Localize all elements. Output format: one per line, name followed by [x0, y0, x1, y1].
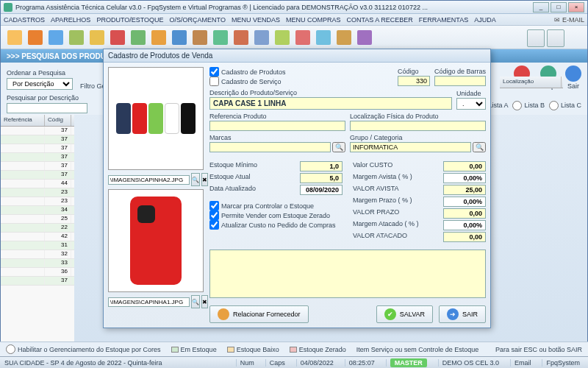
search-desc-input[interactable]: [7, 103, 87, 113]
table-row[interactable]: 36: [1, 268, 74, 277]
img1-browse[interactable]: 🔍: [191, 173, 200, 186]
cb-servico[interactable]: Cadastro de Serviço: [209, 77, 286, 86]
table-row[interactable]: 23: [1, 188, 74, 197]
codigo-input[interactable]: [398, 76, 430, 86]
custo-val[interactable]: 0,00: [443, 161, 486, 171]
barras-input[interactable]: [434, 76, 486, 86]
minimize-button[interactable]: _: [533, 2, 549, 13]
toolbar-btn14[interactable]: [273, 28, 292, 47]
stock-min[interactable]: 1,0: [300, 161, 343, 171]
toolstrip-btn1[interactable]: [527, 29, 545, 47]
lista-b[interactable]: Lista B: [512, 97, 545, 113]
modal-sair-button[interactable]: ➜SAIR: [439, 305, 486, 323]
toolbar-btn18[interactable]: [355, 28, 374, 47]
col-codigo[interactable]: Códig: [45, 115, 71, 126]
toolbar-btn17[interactable]: [334, 28, 354, 47]
loc-input[interactable]: [350, 121, 486, 131]
toolbar-btn4[interactable]: [67, 28, 86, 47]
table-row[interactable]: 37: [1, 127, 74, 135]
toolbar-btn11[interactable]: [211, 28, 230, 47]
sair-button[interactable]: Sair: [565, 66, 581, 90]
menu-cadastros[interactable]: CADASTROS: [4, 16, 45, 24]
toolbar-btn10[interactable]: [190, 28, 209, 47]
unidade-select[interactable]: .: [456, 98, 486, 110]
cb-produto[interactable]: Cadastro de Produtos: [209, 67, 286, 77]
table-row[interactable]: 22: [1, 224, 74, 233]
cb-atualizar[interactable]: Atualizar Custo no Pedido de Compras: [209, 220, 343, 230]
toolbar-btn9[interactable]: [170, 28, 189, 47]
mprazo-val[interactable]: 0,00%: [443, 197, 486, 207]
table-row[interactable]: 25: [1, 215, 74, 224]
table-row[interactable]: 44: [1, 180, 74, 188]
status-fpq[interactable]: FpqSystem: [542, 359, 584, 367]
mavista-label: Margem Avista ( % ): [353, 173, 412, 183]
img2-browse[interactable]: 🔍: [191, 295, 200, 308]
table-row[interactable]: 23: [1, 197, 74, 206]
table-row[interactable]: 37: [1, 162, 74, 171]
matac-val[interactable]: 0,00%: [443, 220, 486, 230]
menu-ferramentas[interactable]: FERRAMENTAS: [419, 16, 468, 24]
stock-atual[interactable]: 5,0: [300, 173, 343, 183]
grupo-lookup[interactable]: 🔍: [473, 142, 486, 152]
toolbar-btn12[interactable]: [232, 28, 251, 47]
toolbar-btn6[interactable]: [108, 28, 127, 47]
toolstrip-btn2[interactable]: [547, 29, 564, 47]
grupo-input[interactable]: [350, 142, 471, 152]
stock-atual-label: Estoque Atual: [209, 173, 251, 183]
img1-path[interactable]: [108, 175, 190, 185]
lista-c[interactable]: Lista C: [549, 97, 581, 113]
menu-os[interactable]: O/S/ORÇAMENTO: [170, 16, 226, 24]
menu-produto[interactable]: PRODUTO/ESTOQUE: [96, 16, 163, 24]
toolbar-clientes[interactable]: [5, 28, 24, 47]
toolbar-btn7[interactable]: [129, 28, 148, 47]
ref-input[interactable]: [209, 121, 345, 131]
habilitar-cores[interactable]: Habilitar o Gerenciamento do Estoque por…: [6, 344, 161, 354]
marcas-lookup[interactable]: 🔍: [332, 142, 345, 152]
menu-ajuda[interactable]: AJUDA: [474, 16, 496, 24]
table-row[interactable]: 31: [1, 241, 74, 250]
toolbar-btn15[interactable]: [293, 28, 312, 47]
table-row[interactable]: 33: [1, 259, 74, 268]
toolbar-btn8[interactable]: [149, 28, 168, 47]
vprazo-val[interactable]: 0,00: [443, 208, 486, 219]
results-grid[interactable]: Referência Códig 37373737373744232334252…: [1, 115, 74, 368]
img1-clear[interactable]: ✖: [201, 173, 208, 186]
order-select[interactable]: Por Descrição: [7, 78, 73, 90]
col-localizacao[interactable]: Localização: [500, 77, 562, 88]
relacionar-button[interactable]: Relacionar Fornecedor: [209, 305, 309, 323]
email-button[interactable]: ✉ E-MAIL: [554, 16, 584, 24]
stock-data[interactable]: 08/09/2020: [300, 185, 343, 195]
vatac-val[interactable]: 0,00: [443, 232, 486, 242]
status-email[interactable]: Email: [510, 359, 535, 367]
toolbar-btn3[interactable]: [46, 28, 65, 47]
table-row[interactable]: 37: [1, 144, 74, 153]
mavista-val[interactable]: 0,00%: [443, 173, 486, 183]
table-row[interactable]: 37: [1, 171, 74, 180]
close-button[interactable]: ×: [568, 2, 584, 13]
toolbar-fornecedores[interactable]: [26, 28, 45, 47]
toolbar-btn16[interactable]: [314, 28, 333, 47]
table-row[interactable]: 37: [1, 153, 74, 162]
notes-area[interactable]: [209, 250, 486, 298]
table-row[interactable]: 42: [1, 233, 74, 241]
toolbar-btn5[interactable]: [87, 28, 107, 47]
cb-marcar[interactable]: Marcar pra Controlar o Estoque: [209, 201, 343, 210]
menu-aparelhos[interactable]: APARELHOS: [51, 16, 90, 24]
menu-compras[interactable]: MENU COMPRAS: [286, 16, 341, 24]
col-referencia[interactable]: Referência: [1, 115, 45, 126]
table-row[interactable]: 37: [1, 135, 74, 144]
table-row[interactable]: 34: [1, 206, 74, 215]
table-row[interactable]: 32: [1, 250, 74, 259]
img2-path[interactable]: [108, 297, 190, 307]
vavista-val[interactable]: 25,00: [443, 185, 486, 195]
menu-contas[interactable]: CONTAS A RECEBER: [346, 16, 412, 24]
desc-value[interactable]: CAPA CASE 1 LINHA: [209, 97, 452, 110]
menu-vendas[interactable]: MENU VENDAS: [232, 16, 280, 24]
maximize-button[interactable]: □: [551, 2, 567, 13]
toolbar-btn13[interactable]: [252, 28, 271, 47]
img2-clear[interactable]: ✖: [201, 295, 208, 308]
salvar-button[interactable]: ✔SALVAR: [376, 305, 433, 323]
cb-permite[interactable]: Permite Vender com Estoque Zerado: [209, 210, 343, 220]
table-row[interactable]: 37: [1, 277, 74, 286]
marcas-input[interactable]: [209, 142, 331, 152]
